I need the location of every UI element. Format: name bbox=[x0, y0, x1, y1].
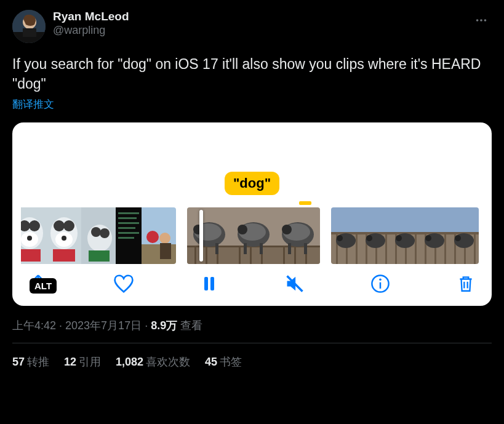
tweet-date: 2023年7月17日 bbox=[65, 319, 142, 332]
svg-point-23 bbox=[91, 227, 101, 237]
media-whitespace bbox=[21, 131, 483, 172]
svg-point-102 bbox=[425, 235, 431, 241]
mute-button[interactable] bbox=[284, 273, 306, 295]
media-toolbar bbox=[21, 273, 483, 295]
user-block: Ryan McLeod @warpling bbox=[53, 10, 471, 37]
translate-link[interactable]: 翻译推文 bbox=[12, 97, 54, 111]
video-frame bbox=[231, 207, 276, 264]
video-frame bbox=[47, 207, 81, 264]
video-frame bbox=[116, 207, 142, 264]
svg-rect-31 bbox=[118, 232, 139, 234]
svg-rect-64 bbox=[294, 247, 296, 264]
svg-point-5 bbox=[480, 19, 482, 22]
svg-point-68 bbox=[282, 225, 292, 234]
video-frame bbox=[276, 207, 320, 264]
playhead-marker bbox=[299, 201, 311, 205]
svg-point-35 bbox=[146, 231, 159, 243]
svg-point-12 bbox=[27, 236, 32, 241]
caption-bubble: "dog" bbox=[225, 172, 279, 195]
tweet-header: Ryan McLeod @warpling bbox=[12, 10, 492, 43]
svg-point-19 bbox=[62, 236, 66, 241]
svg-rect-39 bbox=[187, 246, 231, 264]
tweet-time: 上午4:42 bbox=[12, 319, 56, 332]
svg-rect-92 bbox=[415, 234, 417, 264]
svg-rect-103 bbox=[449, 207, 479, 232]
caption-bubble-wrap: "dog" bbox=[21, 172, 483, 195]
trash-icon bbox=[456, 274, 476, 294]
video-frame bbox=[187, 207, 231, 264]
avatar-image bbox=[12, 10, 46, 43]
svg-rect-108 bbox=[474, 234, 476, 264]
svg-rect-25 bbox=[89, 250, 110, 262]
like-button[interactable] bbox=[113, 273, 135, 295]
svg-point-6 bbox=[484, 19, 487, 22]
svg-rect-20 bbox=[53, 249, 75, 262]
alt-badge[interactable]: ALT bbox=[30, 278, 57, 294]
views-count: 8.9万 bbox=[151, 319, 177, 332]
video-frame bbox=[331, 207, 361, 264]
pause-button[interactable] bbox=[198, 273, 220, 295]
svg-rect-27 bbox=[118, 212, 139, 214]
more-icon bbox=[474, 14, 488, 27]
clip-strip[interactable] bbox=[21, 207, 176, 264]
display-name[interactable]: Ryan McLeod bbox=[53, 10, 471, 23]
svg-rect-3 bbox=[23, 28, 36, 37]
svg-rect-32 bbox=[118, 237, 134, 239]
svg-rect-71 bbox=[331, 207, 361, 232]
video-frame bbox=[81, 207, 116, 264]
svg-rect-76 bbox=[356, 234, 358, 264]
svg-rect-37 bbox=[160, 243, 171, 259]
quotes-stat[interactable]: 12引用 bbox=[64, 354, 101, 369]
svg-rect-100 bbox=[444, 234, 446, 264]
svg-point-17 bbox=[63, 220, 74, 231]
svg-point-110 bbox=[455, 235, 461, 241]
heart-icon bbox=[113, 273, 135, 295]
tweet-container: Ryan McLeod @warpling If you search for … bbox=[0, 0, 504, 380]
delete-button[interactable] bbox=[455, 273, 477, 295]
video-frame bbox=[361, 207, 390, 264]
svg-rect-58 bbox=[244, 243, 247, 254]
svg-rect-59 bbox=[260, 243, 263, 254]
svg-rect-111 bbox=[204, 277, 208, 290]
pause-icon bbox=[200, 274, 218, 293]
info-button[interactable] bbox=[369, 273, 391, 295]
clip-strip[interactable] bbox=[331, 207, 479, 264]
svg-rect-41 bbox=[194, 247, 196, 264]
video-timeline[interactable] bbox=[21, 207, 483, 264]
svg-rect-30 bbox=[118, 227, 135, 229]
svg-point-4 bbox=[476, 19, 479, 22]
video-frame bbox=[21, 207, 47, 264]
svg-rect-112 bbox=[210, 277, 214, 290]
svg-rect-50 bbox=[231, 246, 276, 264]
svg-rect-52 bbox=[239, 247, 241, 264]
svg-point-24 bbox=[100, 228, 110, 238]
svg-rect-63 bbox=[283, 247, 285, 264]
avatar[interactable] bbox=[12, 10, 46, 43]
svg-point-115 bbox=[379, 278, 382, 281]
tweet-meta[interactable]: 上午4:42 · 2023年7月17日 · 8.9万 查看 bbox=[12, 318, 492, 333]
svg-rect-33 bbox=[142, 207, 176, 244]
retweets-stat[interactable]: 57转推 bbox=[12, 354, 49, 369]
svg-rect-70 bbox=[304, 243, 307, 254]
svg-rect-61 bbox=[276, 246, 320, 264]
svg-point-94 bbox=[396, 235, 402, 241]
bookmarks-stat[interactable]: 45书签 bbox=[205, 354, 242, 369]
svg-point-78 bbox=[337, 235, 343, 241]
svg-rect-95 bbox=[420, 207, 449, 232]
clip-strip-active[interactable] bbox=[187, 207, 320, 264]
svg-rect-69 bbox=[288, 243, 291, 254]
likes-stat[interactable]: 1,082喜欢次数 bbox=[116, 354, 190, 369]
tweet-text: If you search for "dog" on iOS 17 it'll … bbox=[12, 54, 492, 94]
svg-rect-79 bbox=[361, 207, 390, 232]
svg-rect-87 bbox=[390, 207, 420, 232]
video-frame bbox=[390, 207, 420, 264]
svg-rect-48 bbox=[215, 243, 218, 254]
video-frame bbox=[449, 207, 479, 264]
svg-rect-26 bbox=[116, 207, 142, 264]
playhead[interactable] bbox=[199, 210, 203, 262]
media-card[interactable]: "dog" bbox=[12, 122, 492, 306]
svg-rect-29 bbox=[118, 222, 139, 224]
info-icon bbox=[370, 273, 391, 294]
more-options-button[interactable] bbox=[471, 10, 492, 33]
user-handle[interactable]: @warpling bbox=[53, 23, 471, 37]
